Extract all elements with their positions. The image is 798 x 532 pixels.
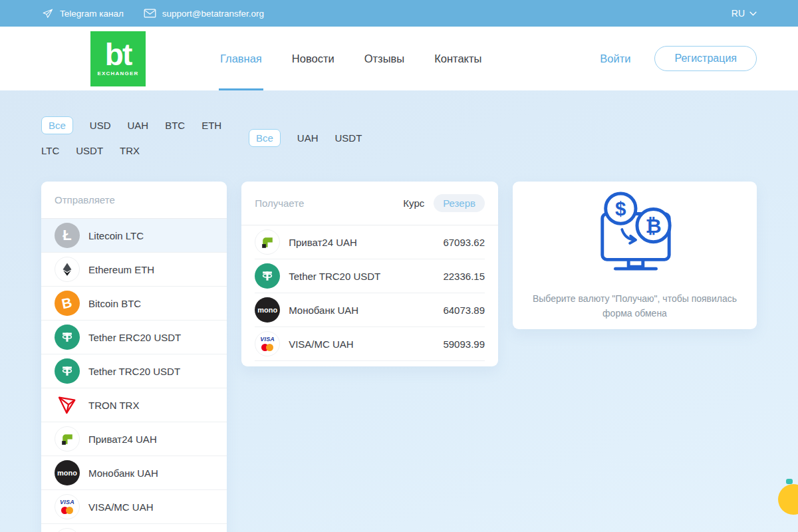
list-item-label: VISA/MC UAH <box>88 501 154 513</box>
receive-panel: Получаете Курс Резерв Приват24 UAH 67093… <box>241 182 498 366</box>
list-item-label: TRON TRX <box>88 400 139 411</box>
send-filter-chip-btc[interactable]: BTC <box>165 116 185 134</box>
list-item-privat24[interactable]: Приват24 UAH 67093.62 <box>255 225 485 259</box>
nav-item-news[interactable]: Новости <box>292 27 334 90</box>
support-email: support@betatransfer.org <box>162 9 264 19</box>
list-item-label: Tether TRC20 USDT <box>88 366 180 377</box>
list-item-label: Litecoin LTC <box>88 230 144 241</box>
panels-row: Отправляете Ł Litecoin LTC Ethereum ETH … <box>41 182 757 532</box>
list-item-label: Tether ERC20 USDT <box>88 332 181 343</box>
send-filter-chip-ltc[interactable]: LTC <box>41 142 59 160</box>
receive-filters: Все UAH USDT <box>241 116 362 160</box>
send-filter-chip-uah[interactable]: UAH <box>128 116 149 134</box>
receive-currency-list: Приват24 UAH 67093.62 Tether TRC20 USDT … <box>241 225 498 361</box>
receive-panel-title: Получаете <box>255 198 304 209</box>
litecoin-icon: Ł <box>55 223 80 248</box>
reserve-value: 64073.89 <box>443 305 485 316</box>
support-email-link[interactable]: support@betatransfer.org <box>144 8 264 19</box>
auth-area: Войти Регистрация <box>600 46 757 71</box>
mail-icon <box>144 8 156 19</box>
info-panel: $ ₿ Выберите валюту "Получаю", чтобы поя… <box>513 182 757 329</box>
privat24-icon <box>255 229 280 255</box>
telegram-icon <box>41 8 54 19</box>
mastercard-logo <box>261 344 273 351</box>
list-item-litecoin[interactable]: Ł Litecoin LTC <box>41 219 227 253</box>
telegram-label: Telegram канал <box>60 9 124 19</box>
nav-item-home[interactable]: Главная <box>220 27 262 90</box>
monobank-icon: mono <box>255 297 280 323</box>
send-panel: Отправляете Ł Litecoin LTC Ethereum ETH … <box>41 182 227 532</box>
list-item-label: Bitcoin BTC <box>88 298 141 309</box>
list-item-label: Монобанк UAH <box>88 467 158 479</box>
language-value: RU <box>732 8 745 19</box>
chat-widget-button[interactable] <box>778 484 798 515</box>
list-item-bitcoin[interactable]: B Bitcoin BTC <box>41 287 227 321</box>
send-filter-chip-usdt[interactable]: USDT <box>76 142 103 160</box>
list-item-label: Tether TRC20 USDT <box>289 271 380 282</box>
login-button[interactable]: Войти <box>600 53 630 65</box>
send-currency-list: Ł Litecoin LTC Ethereum ETH B Bitcoin BT… <box>41 218 227 532</box>
reserve-value: 22336.15 <box>443 271 485 282</box>
list-item-cash[interactable]: Наличные USD <box>41 524 227 532</box>
cash-icon <box>55 528 80 532</box>
list-item-visa-mc[interactable]: VISA VISA/MC UAH 59093.99 <box>255 327 485 361</box>
site-header: bt EXCHANGER Главная Новости Отзывы Конт… <box>0 27 798 90</box>
logo-text: bt <box>105 41 131 70</box>
ethereum-icon <box>55 257 80 282</box>
tether-icon <box>55 358 80 384</box>
reserve-toggle[interactable]: Резерв <box>434 194 485 212</box>
tron-icon <box>55 392 80 418</box>
nav-item-reviews[interactable]: Отзывы <box>364 27 404 90</box>
list-item-label: Ethereum ETH <box>88 264 154 275</box>
receive-filter-chip-all[interactable]: Все <box>249 129 281 147</box>
main-content: Все USD UAH BTC ETH LTC USDT TRX Все UAH… <box>0 90 798 532</box>
mastercard-logo <box>61 507 73 514</box>
list-item-label: Приват24 UAH <box>88 434 157 445</box>
visa-mc-icon: VISA <box>255 331 280 356</box>
list-item-label: VISA/MC UAH <box>289 338 354 350</box>
reserve-value: 67093.62 <box>443 237 485 248</box>
bitcoin-icon: B <box>55 291 80 316</box>
top-bar: Telegram канал support@betatransfer.org … <box>0 0 798 27</box>
send-panel-title: Отправляете <box>55 194 115 205</box>
receive-filter-chip-uah[interactable]: UAH <box>297 129 319 147</box>
register-button[interactable]: Регистрация <box>654 46 757 71</box>
receive-panel-header: Получаете Курс Резерв <box>241 182 498 225</box>
list-item-tether-erc20[interactable]: Tether ERC20 USDT <box>41 321 227 354</box>
reserve-value: 59093.99 <box>443 338 485 350</box>
nav-item-contacts[interactable]: Контакты <box>434 27 481 90</box>
tether-icon <box>55 325 80 350</box>
list-item-label: Монобанк UAH <box>289 305 358 316</box>
visa-logo: VISA <box>60 499 74 505</box>
list-item-tether-trc20[interactable]: Tether TRC20 USDT 22336.15 <box>255 259 485 293</box>
monobank-icon: mono <box>55 460 80 485</box>
send-panel-header: Отправляете <box>41 182 227 218</box>
select-currency-hint: Выберите валюту "Получаю", чтобы появила… <box>525 292 745 321</box>
telegram-link[interactable]: Telegram канал <box>41 8 124 19</box>
logo[interactable]: bt EXCHANGER <box>90 31 146 86</box>
send-filter-chip-trx[interactable]: TRX <box>120 142 140 160</box>
svg-text:₿: ₿ <box>645 215 661 237</box>
logo-subtext: EXCHANGER <box>98 70 139 76</box>
rate-toggle[interactable]: Курс <box>403 198 424 209</box>
list-item-tron[interactable]: TRON TRX <box>41 388 227 422</box>
visa-mc-icon: VISA <box>55 494 80 519</box>
send-filters: Все USD UAH BTC ETH LTC USDT TRX <box>41 116 241 160</box>
visa-logo: VISA <box>260 336 275 342</box>
list-item-label: Приват24 UAH <box>289 237 357 248</box>
send-filter-chip-usd[interactable]: USD <box>90 116 111 134</box>
list-item-visa-mc[interactable]: VISA VISA/MC UAH <box>41 490 227 524</box>
tether-icon <box>255 263 280 289</box>
send-filter-chip-all[interactable]: Все <box>41 116 73 134</box>
list-item-ethereum[interactable]: Ethereum ETH <box>41 253 227 287</box>
list-item-monobank[interactable]: mono Монобанк UAH <box>41 456 227 490</box>
list-item-monobank[interactable]: mono Монобанк UAH 64073.89 <box>255 293 485 327</box>
monitor-exchange-illustration: $ ₿ <box>583 190 688 275</box>
list-item-tether-trc20[interactable]: Tether TRC20 USDT <box>41 354 227 388</box>
list-item-privat24[interactable]: Приват24 UAH <box>41 422 227 456</box>
chevron-down-icon <box>749 11 757 16</box>
language-selector[interactable]: RU <box>732 8 757 19</box>
receive-filter-chip-usdt[interactable]: USDT <box>335 129 362 147</box>
send-filter-chip-eth[interactable]: ETH <box>201 116 221 134</box>
svg-text:$: $ <box>615 198 626 219</box>
